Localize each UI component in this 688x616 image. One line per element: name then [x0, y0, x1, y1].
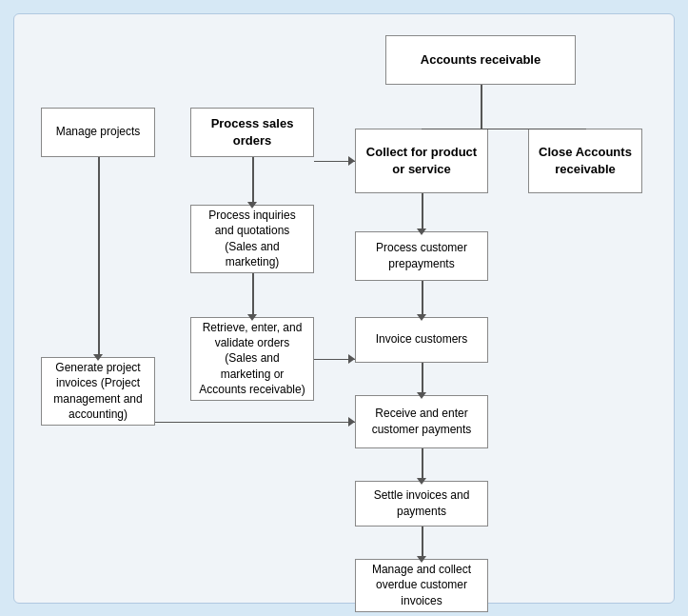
- arrowhead-receive-settle: [417, 478, 426, 485]
- arrowhead-piq-re: [247, 314, 257, 321]
- accounts-receivable-box: Accounts receivable: [385, 35, 576, 85]
- process-sales-orders-box: Process sales orders: [190, 108, 314, 157]
- collect-for-product-box: Collect for product or service: [355, 129, 488, 193]
- arrow-ar-down: [481, 85, 482, 129]
- arrowhead-settle-manage: [417, 556, 426, 563]
- settle-invoices-box: Settle invoices and payments: [355, 481, 488, 527]
- arrow-settle-to-manage: [422, 527, 423, 559]
- arrow-gen-to-receive: [155, 422, 355, 424]
- arrowhead-collect-prepay: [417, 229, 426, 235]
- arrow-invoice-to-receive: [422, 363, 423, 395]
- retrieve-enter-box: Retrieve, enter, and validate orders (Sa…: [190, 317, 314, 401]
- arrowhead-pso-collect: [348, 156, 355, 166]
- process-inquiries-box: Process inquiries and quotations (Sales …: [190, 205, 314, 273]
- receive-enter-payments-box: Receive and enter customer payments: [355, 395, 488, 448]
- generate-project-invoices-box: Generate project invoices (Project manag…: [41, 357, 155, 426]
- invoice-customers-box: Invoice customers: [355, 317, 488, 363]
- manage-projects-box: Manage projects: [41, 108, 155, 157]
- process-customer-prepayments-box: Process customer prepayments: [355, 231, 488, 281]
- close-accounts-receivable-box: Close Accounts receivable: [528, 129, 642, 193]
- arrowhead-invoice-receive: [417, 392, 426, 399]
- arrow-pso-to-piq: [252, 157, 254, 205]
- manage-collect-overdue-box: Manage and collect overdue customer invo…: [355, 559, 488, 612]
- diagram-container: Accounts receivable Manage projects Proc…: [13, 13, 675, 604]
- arrow-collect-to-prepay: [422, 193, 423, 231]
- arrow-prepay-to-invoice: [422, 281, 423, 317]
- arrow-ar-horizontal: [422, 129, 586, 130]
- arrowhead-gen-receive: [348, 417, 355, 427]
- arrow-piq-to-re: [252, 273, 254, 317]
- arrowhead-manage-projects: [93, 354, 103, 361]
- arrowhead-re-collect: [348, 354, 355, 364]
- arrowhead-prepay-invoice: [417, 314, 426, 321]
- arrow-receive-to-settle: [422, 448, 423, 481]
- arrow-manage-projects-down: [98, 157, 100, 357]
- arrowhead-pso-piq: [247, 202, 257, 209]
